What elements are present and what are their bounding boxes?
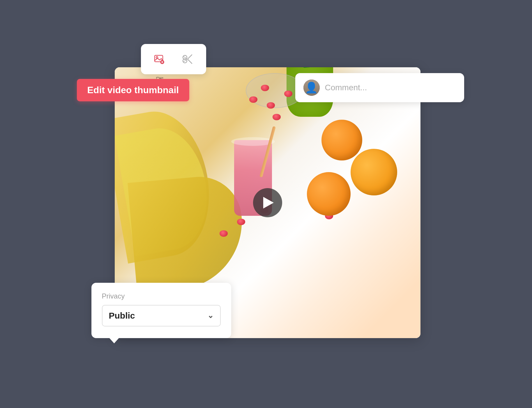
comment-box: Comment... [295,73,464,102]
orange-1 [321,120,362,160]
berry-4 [273,114,281,120]
edit-thumbnail-label: Edit video thumbnail [77,79,190,101]
orange-3 [307,172,351,216]
play-button[interactable] [253,188,282,217]
edit-thumbnail-button[interactable] [151,51,168,67]
svg-line-5 [188,55,192,59]
scissors-icon [182,53,193,65]
avatar-face [303,80,320,96]
toolbar-popup: ☞ [141,44,206,74]
berry-1 [267,102,275,109]
svg-line-10 [183,60,186,62]
privacy-select[interactable]: Public ⌄ [102,305,221,326]
berry-2 [284,91,292,97]
privacy-label: Privacy [102,292,221,300]
berry-8 [220,230,228,237]
privacy-selected-value: Public [109,311,135,321]
berry-5 [261,85,269,91]
play-icon [263,197,274,209]
image-edit-icon [154,53,165,65]
berry-3 [249,96,257,103]
comment-placeholder[interactable]: Comment... [325,83,456,92]
svg-line-9 [183,56,186,58]
scissors-button[interactable] [179,51,196,67]
privacy-dropdown: Privacy Public ⌄ [91,283,231,338]
chevron-down-icon: ⌄ [207,311,214,320]
outer-container: 👁 Public [77,44,455,364]
orange-2 [351,149,397,195]
svg-line-6 [188,59,192,63]
avatar [303,80,320,96]
